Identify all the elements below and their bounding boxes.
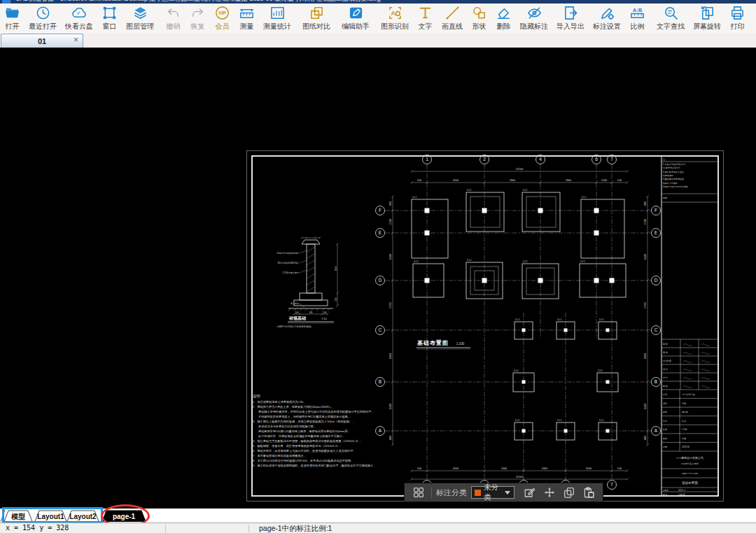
sheet-tab-label: page-1 <box>113 513 136 520</box>
toolbar-item-label: 打开 <box>6 22 20 31</box>
toolbar-item-vip[interactable]: VIP会员 <box>210 3 234 34</box>
svg-text:设 计: 设 计 <box>663 376 668 379</box>
svg-text:5、钢筋锚固、搭接长度、保护层厚度等构造要求详见《22G10: 5、钢筋锚固、搭接长度、保护层厚度等构造要求详见《22G101-3》。 <box>253 444 342 448</box>
svg-text:www.×××××.com: www.×××××.com <box>682 472 698 475</box>
svg-text:不得超挖及扰动基底原土，局部超挖处用C20素混凝土回填至设计: 不得超挖及扰动基底原土，局部超挖处用C20素混凝土回填至设计标高。 <box>258 415 351 419</box>
annotation-paste-button[interactable] <box>582 486 595 499</box>
svg-text:工程号: 工程号 <box>663 489 669 492</box>
svg-text:7、未尽事项按现行规范及标准图集执行。: 7、未尽事项按现行规范及标准图集执行。 <box>253 454 307 458</box>
status-bar: x = 154 y = 328 page-1中的标注比例:1 <box>0 523 756 533</box>
annotation-copy-button[interactable] <box>563 486 575 499</box>
toolbar-item-label: 图纸对比 <box>302 22 330 31</box>
document-tab-label: 01 <box>38 37 46 45</box>
impexp-icon <box>563 5 579 21</box>
status-divider <box>248 525 249 532</box>
document-tab-01[interactable]: 01 × <box>1 34 83 48</box>
toolbar-item-shapes[interactable]: 形状 <box>467 3 491 34</box>
svg-text:项目: 项目 <box>663 402 667 405</box>
toolbar-item-rotate-screen[interactable]: 屏幕旋转 <box>689 3 725 34</box>
toolbar-item-layers[interactable]: 图层管理 <box>122 3 158 34</box>
toolbar-item-label: 窗口 <box>103 22 117 31</box>
svg-text:2100: 2100 <box>644 219 647 225</box>
toolbar-item-text[interactable]: 文字 <box>413 3 438 34</box>
svg-text:6500: 6500 <box>389 404 392 409</box>
svg-text:结构: 结构 <box>663 420 667 422</box>
sheet-tab-label: Layout1 <box>37 513 64 520</box>
svg-text:6500: 6500 <box>644 254 647 260</box>
annotation-edit-button[interactable] <box>524 486 536 499</box>
svg-text:21500: 21500 <box>516 476 524 478</box>
undo-icon <box>165 5 181 21</box>
toolbar-divider <box>431 487 432 498</box>
toolbar-item-open[interactable]: 打开 <box>0 3 24 34</box>
toolbar-item-delete[interactable]: 删除 <box>491 3 516 34</box>
category-dropdown[interactable]: 未分类 <box>471 486 514 499</box>
toolbar-item-label: 会员 <box>216 22 230 31</box>
svg-text:砖混: 砖混 <box>681 420 686 422</box>
svg-text:审 定: 审 定 <box>663 343 668 346</box>
toolbar-item-edit-assistant[interactable]: 编辑助手 <box>337 3 374 34</box>
svg-text:B: B <box>379 379 382 384</box>
annotation-grid-button[interactable] <box>412 486 425 499</box>
toolbar-item-compare[interactable]: 图纸对比 <box>298 3 335 34</box>
toolbar-item-hide-annotation[interactable]: 隐藏标注 <box>516 3 552 34</box>
toolbar-item-label: 编辑助手 <box>342 22 370 31</box>
toolbar-item-window[interactable]: 窗口 <box>97 3 122 34</box>
layers-icon <box>132 5 148 21</box>
close-icon[interactable]: × <box>74 35 78 45</box>
svg-text:6500: 6500 <box>389 254 392 260</box>
svg-text:100: 100 <box>417 179 421 182</box>
svg-text:100: 100 <box>323 311 326 314</box>
svg-text:F: F <box>379 208 382 213</box>
toolbar-item-ratio[interactable]: A:B比例 <box>625 3 650 34</box>
toolbar-item-label: 屏幕旋转 <box>693 22 721 31</box>
svg-text:×××建筑设计有限公司: ×××建筑设计有限公司 <box>676 456 704 460</box>
svg-text:6000: 6000 <box>389 353 392 359</box>
drawing-canvas[interactable]: 1246712357FFEEDDCCBBAA215001004500580058… <box>0 48 756 509</box>
svg-text:4500: 4500 <box>453 179 458 182</box>
footings: DJ-1DJ-2DJ-2DJ-1DJ-3DJ-4DJ-3DJ-3DJ-5DJ-5… <box>412 189 626 440</box>
svg-text:5000: 5000 <box>501 467 507 470</box>
annotation-toolbar: 标注分类 未分类 <box>404 483 603 502</box>
annotation-move-button[interactable] <box>543 486 556 499</box>
svg-text:1、未注明基础混凝土强度等级均为C30。: 1、未注明基础混凝土强度等级均为C30。 <box>253 400 306 404</box>
toolbar-item-shape-recognize[interactable]: A图形识别 <box>377 3 413 34</box>
svg-text:DJ-2: DJ-2 <box>523 189 528 192</box>
svg-text:素土夯实: 素土夯实 <box>290 302 299 305</box>
category-value: 未分类 <box>484 483 505 502</box>
category-color-swatch <box>475 490 481 496</box>
toolbar-item-label: 画直线 <box>442 22 463 31</box>
svg-text:F: F <box>654 208 657 213</box>
stats-icon <box>270 5 286 21</box>
toolbar-item-print[interactable]: 打印 <box>725 3 750 34</box>
toolbar-item-label: 文字查找 <box>657 22 685 31</box>
svg-text:DJ-6: DJ-6 <box>514 369 519 372</box>
toolbar-item-measure-stats[interactable]: 测量统计 <box>259 3 295 34</box>
toolbar-item-measure[interactable]: 测量 <box>234 3 259 34</box>
svg-text:结施: 结施 <box>682 437 686 440</box>
svg-text:900: 900 <box>389 201 392 206</box>
window-icon <box>102 5 118 21</box>
recognize-icon: A <box>387 5 403 21</box>
chevron-down-icon <box>505 491 510 495</box>
vip-icon: VIP <box>214 5 230 21</box>
toolbar-item-draw-line[interactable]: 画直线 <box>438 3 467 34</box>
svg-text:4.其余详见结构设计总说明。: 4.其余详见结构设计总说明。 <box>663 185 690 188</box>
shape-icon <box>471 5 487 21</box>
svg-text:DJ-5: DJ-5 <box>557 419 562 422</box>
toolbar-item-import-export[interactable]: 导入导出 <box>552 3 589 34</box>
footing-detail: 20厚1:2水泥砂浆防潮层M5水泥砂浆砌MU10砖C15素混凝土垫层素土夯实10… <box>275 237 339 328</box>
svg-text:DJ-4: DJ-4 <box>467 259 472 262</box>
svg-text:DJ-3: DJ-3 <box>523 260 528 263</box>
svg-text:5700: 5700 <box>644 302 647 308</box>
toolbar-item-cloud[interactable]: 快看云盘 <box>61 3 97 34</box>
toolbar-item-annotation-settings[interactable]: 标注设置 <box>589 3 625 34</box>
toolbar-item-find-text[interactable]: 文字查找 <box>652 3 689 34</box>
annotation-scale-info: page-1中的标注比例:1 <box>259 524 332 533</box>
toolbar-item-extra[interactable] <box>752 3 756 34</box>
svg-text:4300: 4300 <box>542 467 547 470</box>
svg-text:A: A <box>379 428 382 433</box>
svg-text:基础施工采用机械开挖，开挖后如遇土层与设计不符时应及时通知勘: 基础施工采用机械开挖，开挖后如遇土层与设计不符时应及时通知勘察设计单位协同处理， <box>258 410 374 413</box>
toolbar-item-label: 测量 <box>240 22 254 31</box>
toolbar-item-recent[interactable]: 最近打开 <box>24 3 61 34</box>
